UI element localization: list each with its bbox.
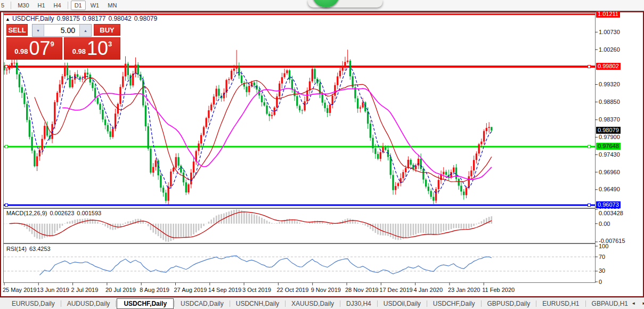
rsi-label: RSI(14)63.4253 <box>6 246 53 252</box>
symbol-tab-xauusd-daily[interactable]: XAUUSD,Daily <box>286 298 339 309</box>
tab-separator <box>61 300 61 307</box>
symbol-tab-eurusd-daily[interactable]: EURUSD,Daily <box>6 298 60 309</box>
symbol-tab-usdchf-daily[interactable]: USDCHF,Daily <box>428 298 480 309</box>
sell-price-button[interactable]: 0.98 07 9 <box>6 37 62 60</box>
symbol-tab-usdoil-daily[interactable]: USDOil,Daily <box>378 298 426 309</box>
tab-separator <box>585 300 586 307</box>
green-status-button[interactable] <box>312 0 340 7</box>
symbol-tab-usdcad-daily[interactable]: USDCAD,Daily <box>175 298 229 309</box>
timeframe-d1[interactable]: D1 <box>71 1 86 10</box>
sell-price-pip: 9 <box>51 40 54 48</box>
symbol-tab-usdchf-daily[interactable]: USDCHF,Daily <box>117 298 174 309</box>
close-value: 0.98079 <box>134 15 157 22</box>
symbol-tab-dj30-h4[interactable]: DJ30,H4 <box>341 298 377 309</box>
tab-separator <box>536 300 536 307</box>
chart-title: ▲USDCHF,Daily0.981750.981770.980420.9807… <box>5 15 160 22</box>
timeframe-w1[interactable]: W1 <box>87 1 103 10</box>
tab-scroll-left-button[interactable]: ◄ <box>628 299 639 307</box>
volume-input[interactable] <box>44 25 79 36</box>
floating-overlay-pill <box>308 0 382 7</box>
tab-separator <box>116 300 116 307</box>
rsi-panel <box>4 244 596 283</box>
tab-separator <box>377 300 378 307</box>
symbol-tab-eurusd-h1[interactable]: EURUSD,H1 <box>537 298 584 309</box>
triangle-down-icon: ▼ <box>36 29 40 32</box>
timeframe-mn[interactable]: MN <box>104 1 120 10</box>
tab-scroll-right-button[interactable]: ► <box>639 299 644 307</box>
timeframe-m30[interactable]: M30 <box>14 1 32 10</box>
open-value: 0.98175 <box>57 15 80 22</box>
sell-button[interactable]: SELL <box>6 24 28 36</box>
buy-price-pip: 3 <box>108 40 112 48</box>
collapse-arrow-icon[interactable]: ▲ <box>5 17 10 22</box>
tab-separator <box>340 300 340 307</box>
one-click-trading-panel: SELL ▼ ▲ BUY 0.98 07 9 0.98 10 3 <box>6 24 120 60</box>
tab-separator <box>174 300 175 307</box>
sell-price-big: 07 <box>29 38 51 59</box>
symbol-tab-usdcnh-daily[interactable]: USDCNH,Daily <box>231 298 284 309</box>
macd-label: MACD(12,26,9)0.0026230.001593 <box>6 210 104 216</box>
tab-separator <box>285 300 286 307</box>
low-value: 0.98042 <box>108 15 131 22</box>
buy-price-big: 10 <box>87 38 108 59</box>
sell-price-prefix: 0.98 <box>14 47 28 55</box>
tab-separator <box>427 300 427 307</box>
symbol-period-label: USDCHF,Daily <box>12 15 54 22</box>
volume-increase-button[interactable]: ▲ <box>79 25 91 36</box>
high-value: 0.98177 <box>83 15 105 22</box>
volume-stepper: ▼ ▲ <box>32 24 92 37</box>
timeframe-h4[interactable]: H4 <box>50 1 65 10</box>
symbol-tab-gbpusd-daily[interactable]: GBPUSD,Daily <box>482 298 536 309</box>
volume-decrease-button[interactable]: ▼ <box>32 25 44 36</box>
buy-price-prefix: 0.98 <box>72 47 86 55</box>
toolbar-separator <box>68 2 68 9</box>
tab-separator <box>481 300 482 307</box>
trading-platform: 5M30H1H4D1W1MN 1.007301.002600.993200.98… <box>0 0 644 309</box>
symbol-tab-audusd-daily[interactable]: AUDUSD,Daily <box>62 298 116 309</box>
buy-price-button[interactable]: 0.98 10 3 <box>64 37 120 60</box>
tab-separator <box>230 300 230 307</box>
symbol-tab-bar: EURUSD,DailyAUDUSD,DailyUSDCHF,DailyUSDC… <box>0 297 644 309</box>
toolbar-separator <box>11 2 11 9</box>
timeframe-5[interactable]: 5 <box>0 1 8 10</box>
triangle-up-icon: ▲ <box>84 29 87 32</box>
symbol-tab-gbpaud-h1[interactable]: GBPAUD,H1 <box>586 298 633 309</box>
timeframe-h1[interactable]: H1 <box>34 1 49 10</box>
buy-button[interactable]: BUY <box>94 24 120 36</box>
